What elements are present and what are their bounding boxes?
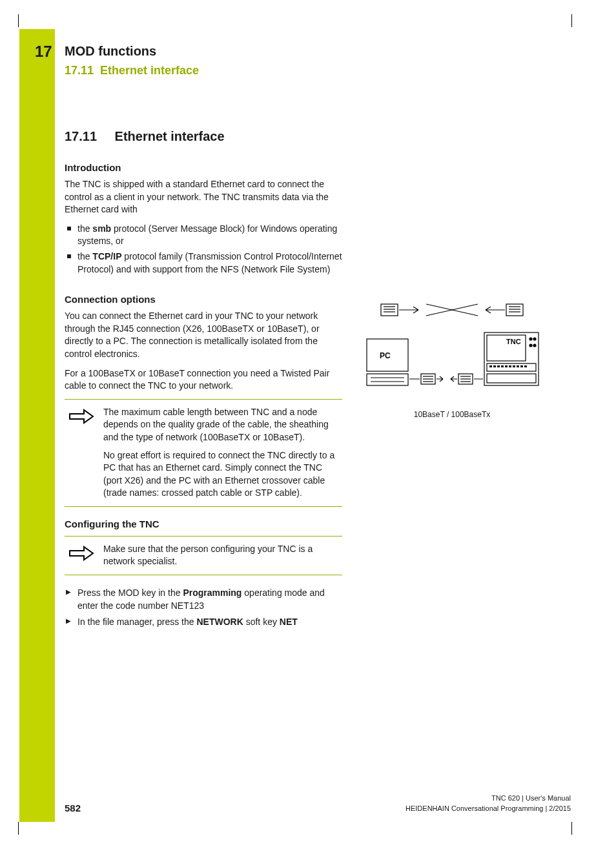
page-number: 582 bbox=[65, 803, 81, 813]
subheading-connection: Connection options bbox=[65, 294, 342, 305]
bullet-list: the smb protocol (Server Message Block) … bbox=[65, 223, 342, 276]
chapter-sidebar bbox=[19, 29, 55, 822]
tnc-label: TNC bbox=[506, 338, 521, 345]
svg-rect-36 bbox=[520, 365, 523, 367]
svg-rect-30 bbox=[497, 365, 500, 367]
list-item: the TCP/IP protocol family (Transmission… bbox=[65, 251, 342, 276]
list-item: In the file manager, press the NETWORK s… bbox=[65, 616, 342, 629]
chapter-subtitle: 17.11 Ethernet interface bbox=[65, 64, 568, 77]
crop-mark bbox=[571, 14, 572, 27]
paragraph: You can connect the Ethernet card in you… bbox=[65, 310, 342, 360]
note-box: The maximum cable length between TNC and… bbox=[65, 399, 342, 507]
svg-rect-31 bbox=[501, 365, 504, 367]
right-column: PC bbox=[362, 282, 568, 419]
section-title-text: Ethernet interface bbox=[115, 129, 225, 143]
section-number: 17.11 bbox=[65, 129, 111, 144]
chapter-title: MOD functions bbox=[65, 44, 568, 59]
crop-mark bbox=[571, 822, 572, 835]
crop-mark bbox=[18, 822, 19, 835]
crop-mark bbox=[18, 14, 19, 27]
pc-label: PC bbox=[380, 351, 391, 360]
left-column: Connection options You can connect the E… bbox=[65, 282, 342, 634]
svg-rect-4 bbox=[506, 304, 523, 316]
arrow-icon bbox=[65, 406, 103, 500]
note-box: Make sure that the person configuring yo… bbox=[65, 536, 342, 575]
svg-point-40 bbox=[529, 344, 532, 347]
svg-point-39 bbox=[533, 338, 536, 340]
svg-rect-28 bbox=[489, 365, 492, 367]
section-number: 17.11 bbox=[65, 64, 94, 77]
svg-rect-32 bbox=[505, 365, 508, 367]
chapter-number: 17 bbox=[35, 43, 52, 61]
manual-page: 17 MOD functions 17.11 Ethernet interfac… bbox=[0, 0, 616, 849]
svg-point-41 bbox=[533, 344, 536, 347]
note-text: The maximum cable length between TNC and… bbox=[103, 406, 342, 444]
page-content: MOD functions 17.11 Ethernet interface 1… bbox=[65, 44, 568, 634]
subheading-introduction: Introduction bbox=[65, 162, 568, 173]
arrow-icon bbox=[65, 543, 103, 568]
diagram-caption: 10BaseT / 100BaseTx bbox=[362, 410, 542, 419]
svg-point-38 bbox=[529, 338, 532, 340]
section-heading: 17.11 Ethernet interface bbox=[65, 129, 568, 144]
paragraph: The TNC is shipped with a standard Ether… bbox=[65, 178, 342, 216]
svg-rect-35 bbox=[517, 365, 519, 367]
subheading-configuring: Configuring the TNC bbox=[65, 518, 342, 529]
svg-rect-33 bbox=[509, 365, 511, 367]
svg-rect-34 bbox=[513, 365, 515, 367]
note-text: Make sure that the person configuring yo… bbox=[103, 543, 342, 568]
footer-text: TNC 620 | User's Manual HEIDENHAIN Conve… bbox=[406, 793, 571, 813]
section-name: Ethernet interface bbox=[100, 64, 199, 77]
svg-rect-0 bbox=[381, 304, 398, 316]
list-item: Press the MOD key in the Programming ope… bbox=[65, 587, 342, 612]
connection-diagram: PC bbox=[362, 299, 542, 419]
paragraph: For a 100BaseTX or 10BaseT connection yo… bbox=[65, 367, 342, 393]
note-text: No great effort is required to connect t… bbox=[103, 449, 342, 500]
step-list: Press the MOD key in the Programming ope… bbox=[65, 587, 342, 629]
svg-rect-37 bbox=[524, 365, 527, 367]
svg-rect-11 bbox=[367, 374, 408, 385]
page-footer: 582 TNC 620 | User's Manual HEIDENHAIN C… bbox=[65, 793, 571, 813]
svg-rect-27 bbox=[487, 374, 536, 383]
list-item: the smb protocol (Server Message Block) … bbox=[65, 223, 342, 248]
svg-rect-29 bbox=[493, 365, 496, 367]
